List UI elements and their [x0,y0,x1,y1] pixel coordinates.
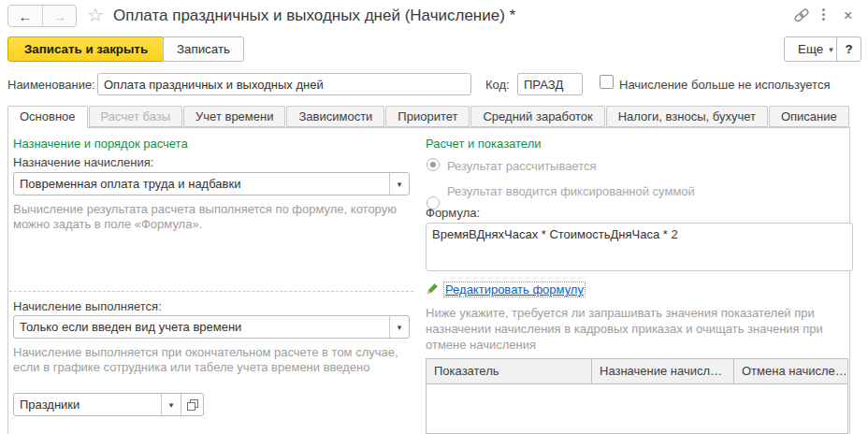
not-used-checkbox-label: Начисление больше не используется [619,78,830,92]
tab-bar: Основное Расчет базы Учет времени Зависи… [7,106,850,128]
performed-select[interactable]: Только если введен вид учета времени ▾ [13,315,410,339]
code-field-label: Код: [485,78,510,92]
indicators-table-header: Показатель Назначение начисл… Отмена нач… [427,359,847,384]
purpose-note: Вычисление результата расчета выполняетс… [13,202,406,232]
formula-label: Формула: [426,206,480,220]
radio-result-calculated-label: Результат рассчитывается [447,159,597,173]
column-header-cancel[interactable]: Отмена начисле… [734,359,847,383]
chain-link-icon [793,8,810,22]
tab-dependencies[interactable]: Зависимости [286,106,384,127]
formula-field[interactable]: ВремяВДняхЧасах * СтоимостьДняЧаса * 2 [426,223,853,271]
indicators-note: Ниже укажите, требуется ли запрашивать з… [426,305,830,353]
indicators-table[interactable]: Показатель Назначение начисл… Отмена нач… [426,358,848,434]
tab-taxes[interactable]: Налоги, взносы, бухучет [606,106,768,127]
pencil-icon [426,282,439,298]
section-divider [9,291,413,292]
tab-average-earnings[interactable]: Средний заработок [470,106,604,127]
purpose-select-value: Повременная оплата труда и надбавки [14,177,389,191]
dropdown-arrow-icon[interactable]: ▾ [389,173,409,195]
back-button[interactable]: ← [8,6,42,26]
tab-base-calc: Расчет базы [89,106,183,127]
tab-priority[interactable]: Приоритет [385,106,470,127]
purpose-label: Назначение начисления: [13,155,153,169]
column-header-indicator[interactable]: Показатель [427,359,592,383]
tab-description[interactable]: Описание [769,106,849,127]
tab-main[interactable]: Основное [7,106,88,128]
tab-time-tracking[interactable]: Учет времени [183,106,285,127]
close-icon[interactable]: × [844,8,852,23]
time-kind-select[interactable]: Праздники ▾ [13,393,204,416]
name-field-label: Наименование: [7,78,95,92]
radio-result-fixed-label: Результат вводится фиксированной суммой [447,184,695,198]
code-input[interactable] [517,73,583,95]
dropdown-arrow-icon[interactable]: ▾ [389,316,409,338]
performed-label: Начисление выполняется: [13,299,162,313]
get-link-icon[interactable] [793,8,810,25]
open-window-icon [187,399,198,411]
chevron-down-icon: ▾ [829,45,833,54]
purpose-select[interactable]: Повременная оплата труда и надбавки ▾ [13,172,410,195]
edit-formula-link[interactable]: Редактировать формулу [443,282,586,297]
indicators-table-body[interactable] [427,384,847,434]
performed-select-value: Только если введен вид учета времени [14,320,389,334]
forward-button[interactable]: → [42,6,76,26]
open-value-button[interactable] [181,394,203,415]
forward-arrow-icon: → [52,8,66,24]
not-used-checkbox[interactable] [600,75,614,89]
favorite-star-icon[interactable]: ☆ [87,4,104,26]
help-button[interactable]: ? [836,36,861,62]
kebab-menu-icon[interactable] [821,8,825,21]
section-title-calc: Расчет и показатели [426,137,542,151]
column-header-assign[interactable]: Назначение начисл… [592,359,734,383]
dropdown-arrow-icon[interactable]: ▾ [161,394,181,415]
history-nav-group: ← → [7,5,77,27]
window-title: Оплата праздничных и выходных дней (Начи… [113,7,515,25]
time-kind-select-value: Праздники [14,398,161,412]
more-button-label: Еще [798,42,823,56]
save-and-close-button[interactable]: Записать и закрыть [7,36,165,62]
back-arrow-icon: ← [19,8,33,24]
save-button[interactable]: Записать [163,36,244,62]
name-input[interactable] [97,73,471,95]
section-title-purpose: Назначение и порядок расчета [13,137,188,151]
radio-result-calculated [427,158,440,171]
performed-note: Начисление выполняется при окончательном… [13,345,423,375]
